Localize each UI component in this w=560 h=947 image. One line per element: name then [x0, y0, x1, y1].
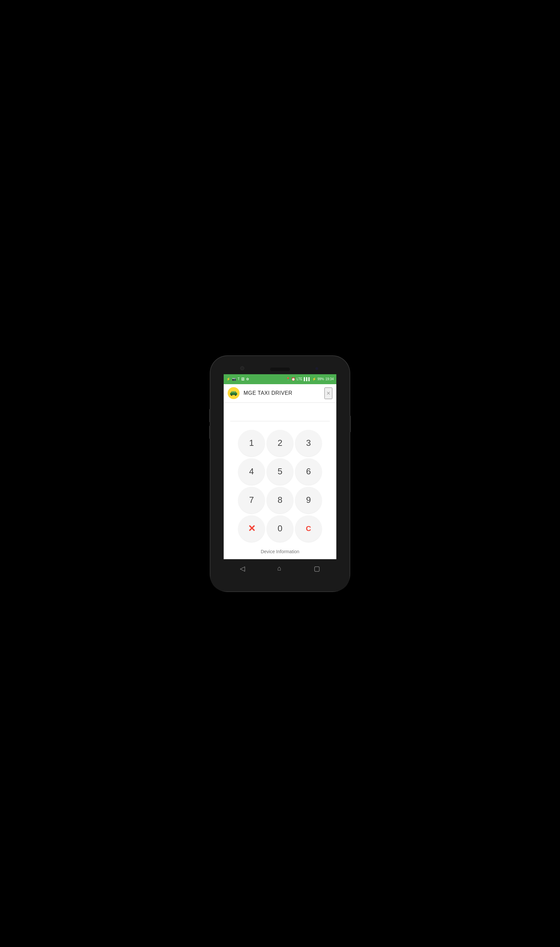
front-sensor	[315, 367, 318, 370]
app-logo	[228, 387, 240, 399]
power-button[interactable]	[349, 416, 351, 432]
svg-rect-3	[232, 392, 234, 393]
alarm-icon: ⏰	[291, 377, 295, 381]
home-button[interactable]: ⌂	[272, 562, 287, 575]
volume-down-button[interactable]	[209, 426, 211, 439]
text-icon: T	[238, 377, 240, 381]
key-7[interactable]: 7	[238, 487, 265, 513]
time-display: 19:34	[325, 377, 334, 381]
key-8[interactable]: 8	[267, 487, 293, 513]
image-icon: 🖼	[241, 377, 245, 381]
key-0[interactable]: 0	[267, 516, 293, 542]
device-info-section[interactable]: Device Information	[224, 545, 336, 559]
volume-up-button[interactable]	[209, 409, 211, 422]
widget-icon: ✿	[246, 377, 249, 381]
pin-display-area	[224, 403, 336, 427]
key-9[interactable]: 9	[295, 487, 322, 513]
svg-point-2	[235, 394, 236, 396]
device-info-label: Device Information	[261, 549, 300, 554]
key-2[interactable]: 2	[267, 430, 293, 456]
phone-top	[211, 356, 349, 374]
key-1[interactable]: 1	[238, 430, 265, 456]
back-button[interactable]: ◁	[235, 562, 250, 575]
home-icon: ⌂	[277, 565, 282, 572]
status-left-icons: ⚡ 📷 T 🖼 ✿	[226, 377, 249, 381]
status-bar: ⚡ 📷 T 🖼 ✿ 📍 ⏰ LTE ▌▌▌ ⚡ 99% 19:34	[224, 374, 336, 384]
phone-screen: ⚡ 📷 T 🖼 ✿ 📍 ⏰ LTE ▌▌▌ ⚡ 99% 19:34	[224, 374, 336, 576]
pin-input[interactable]	[230, 408, 330, 421]
recents-icon: ▢	[314, 565, 320, 573]
signal-icon: ▌▌▌	[304, 377, 311, 381]
front-camera	[240, 366, 244, 370]
keypad-area: 1 2 3 4 5 6 7 8 9 ✕ 0 C	[224, 427, 336, 545]
key-3[interactable]: 3	[295, 430, 322, 456]
key-clear[interactable]: C	[295, 516, 322, 542]
key-5[interactable]: 5	[267, 459, 293, 485]
car-icon	[230, 391, 238, 396]
back-icon: ◁	[240, 565, 245, 573]
status-right-icons: 📍 ⏰ LTE ▌▌▌ ⚡ 99% 19:34	[286, 377, 334, 381]
key-6[interactable]: 6	[295, 459, 322, 485]
svg-point-1	[231, 394, 232, 396]
app-title: MGE TAXI DRIVER	[243, 390, 325, 396]
app-header: MGE TAXI DRIVER ×	[224, 384, 336, 403]
usb-icon: ⚡	[226, 377, 230, 381]
keypad-grid: 1 2 3 4 5 6 7 8 9 ✕ 0 C	[238, 430, 322, 542]
close-button[interactable]: ×	[325, 388, 332, 399]
earpiece-speaker	[270, 368, 290, 371]
battery-percentage: 99%	[317, 377, 324, 381]
location-icon: 📍	[286, 377, 290, 381]
navigation-bar: ◁ ⌂ ▢	[224, 559, 336, 576]
key-cancel[interactable]: ✕	[238, 516, 265, 542]
phone-device: ⚡ 📷 T 🖼 ✿ 📍 ⏰ LTE ▌▌▌ ⚡ 99% 19:34	[211, 356, 349, 591]
phone-bottom	[211, 576, 349, 591]
instagram-icon: 📷	[232, 377, 236, 381]
recents-button[interactable]: ▢	[309, 562, 325, 575]
bolt-icon: ⚡	[312, 377, 316, 381]
lte-icon: LTE	[297, 377, 303, 381]
key-4[interactable]: 4	[238, 459, 265, 485]
svg-rect-4	[234, 392, 235, 393]
